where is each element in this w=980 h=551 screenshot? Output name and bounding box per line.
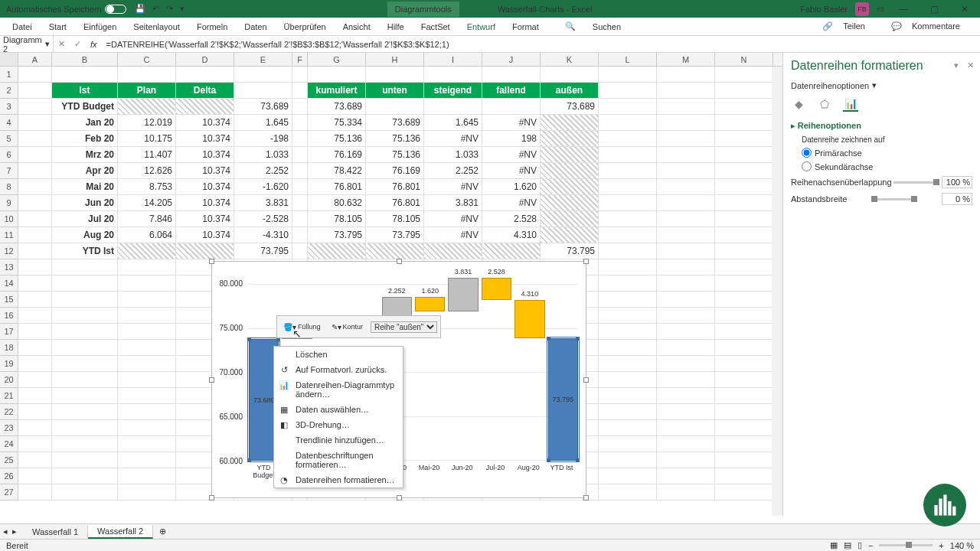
cell[interactable] [482,67,541,83]
cell[interactable] [18,436,52,452]
cell[interactable] [541,131,599,147]
chart-resize-handle[interactable] [583,377,589,383]
cell[interactable] [52,404,118,420]
column-header[interactable]: D [176,53,234,66]
cell[interactable]: Mrz 20 [52,147,118,163]
cell[interactable] [715,404,773,420]
tab-factset[interactable]: FactSet [413,19,458,34]
cell[interactable] [292,99,308,115]
save-icon[interactable]: 💾 [135,4,145,13]
fill-effects-icon[interactable]: ◆ [791,96,806,112]
row-header[interactable]: 15 [0,292,18,308]
cell[interactable] [118,340,176,356]
chart-resize-handle[interactable] [209,495,214,500]
cell[interactable] [176,67,234,83]
qat-more-icon[interactable]: ▾ [180,4,185,13]
cell[interactable] [18,292,52,308]
cell[interactable] [308,67,366,83]
row-header[interactable]: 4 [0,115,18,131]
column-header[interactable]: H [366,53,424,66]
cell[interactable]: 10.374 [176,227,234,243]
redo-icon[interactable]: ↷ [166,4,173,13]
row-header[interactable]: 23 [0,420,18,436]
chart-resize-handle[interactable] [209,259,214,264]
row-header[interactable]: 21 [0,388,18,404]
tab-nav-prev[interactable]: ◂ [3,527,8,536]
cell[interactable] [52,259,118,276]
cell[interactable] [292,147,308,163]
zoom-level[interactable]: 140 % [950,541,974,550]
column-header[interactable]: C [118,53,176,66]
cell[interactable] [657,404,715,420]
column-header[interactable]: L [599,53,657,66]
search-label[interactable]: Suchen [585,19,629,34]
overlap-value[interactable]: 100 % [942,176,972,188]
cell[interactable] [52,276,118,292]
cell[interactable]: 73.689 [541,99,599,115]
cell[interactable] [599,131,657,147]
cell[interactable] [657,99,715,115]
primary-axis-radio[interactable]: Primärachse [802,148,972,158]
cell[interactable] [715,131,773,147]
cell[interactable]: fallend [482,83,541,99]
cell[interactable] [599,259,657,276]
cell[interactable]: 3.831 [234,195,292,211]
cell[interactable] [541,115,599,131]
chart-bar-steigend[interactable]: 3.831 [448,278,478,311]
tab-formeln[interactable]: Formeln [189,19,235,34]
cell[interactable] [657,388,715,404]
cell[interactable] [599,436,657,452]
cell[interactable] [657,308,715,324]
cell[interactable] [292,67,308,83]
pane-subtitle[interactable]: Datenreihenoptionen ▾ [791,80,972,90]
cell[interactable] [715,67,773,83]
cell[interactable]: 1.033 [234,147,292,163]
context-menu-item[interactable]: Datenbeschriftungen formatieren… [274,448,403,472]
add-sheet-button[interactable]: ⊕ [153,527,172,536]
row-header[interactable]: 2 [0,83,18,99]
cell[interactable] [18,452,52,468]
cell[interactable] [308,243,366,259]
cell[interactable]: Jul 20 [52,211,118,227]
cell[interactable] [715,211,773,227]
cell[interactable] [657,243,715,259]
cell[interactable] [18,324,52,340]
cell[interactable] [715,195,773,211]
cell[interactable]: 73.795 [234,243,292,259]
context-menu-item[interactable]: ↺Auf Formatvorl. zurücks. [274,362,403,377]
cell[interactable] [52,308,118,324]
chart-bar-fallend[interactable]: 4.310 [514,300,544,338]
row-header[interactable]: 22 [0,404,18,420]
cell[interactable] [715,452,773,468]
zoom-in-icon[interactable]: + [939,541,943,550]
cell[interactable] [292,179,308,195]
cell[interactable] [715,420,773,436]
cell[interactable] [18,468,52,484]
cell[interactable] [715,340,773,356]
cell[interactable]: Jan 20 [52,115,118,131]
cell[interactable] [541,163,599,179]
cell[interactable] [52,372,118,388]
row-header[interactable]: 26 [0,468,18,484]
cell[interactable]: 73.795 [308,227,366,243]
cell[interactable] [599,340,657,356]
column-header[interactable]: G [308,53,366,66]
cell[interactable] [292,243,308,259]
series-options-icon[interactable]: 📊 [843,96,858,112]
cell[interactable] [18,340,52,356]
cell[interactable] [541,67,599,83]
cell[interactable] [52,420,118,436]
fill-button[interactable]: 🪣▾Füllung [280,321,324,333]
chart-resize-handle[interactable] [397,259,402,264]
series-options-section[interactable]: ▸ Reihenoptionen [791,121,972,131]
tab-format[interactable]: Format [505,19,547,34]
cell[interactable] [18,83,52,99]
cell[interactable] [657,340,715,356]
cell[interactable]: YTD Budget [52,99,118,115]
cell[interactable]: #NV [482,115,541,131]
cell[interactable] [424,243,482,259]
cell[interactable] [599,388,657,404]
cell[interactable]: 12.019 [118,115,176,131]
cell[interactable] [715,259,773,276]
cell[interactable]: 8.753 [118,179,176,195]
